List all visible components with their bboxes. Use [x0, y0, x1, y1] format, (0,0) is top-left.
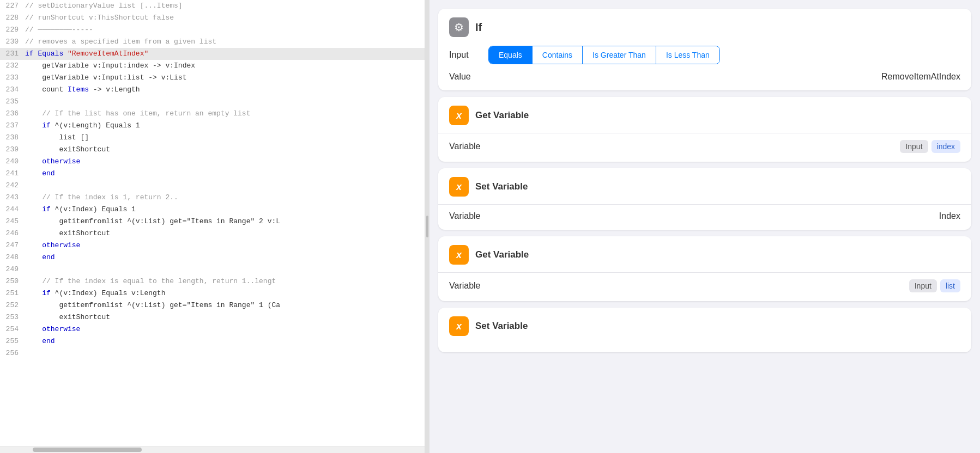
- line-number: 248: [4, 252, 25, 264]
- line-number: 231: [4, 48, 25, 60]
- line-number: 249: [4, 264, 25, 276]
- tab-contains[interactable]: Contains: [533, 46, 583, 64]
- panel-divider[interactable]: [425, 0, 429, 453]
- line-number: 256: [4, 347, 25, 359]
- line-number: 240: [4, 156, 25, 168]
- line-content: list []: [25, 132, 420, 144]
- line-content: if Equals "RemoveItemAtIndex": [25, 48, 420, 60]
- line-number: 254: [4, 323, 25, 335]
- card-header: x Get Variable: [449, 106, 960, 125]
- value-label: Value: [449, 72, 471, 82]
- line-number: 244: [4, 204, 25, 216]
- code-line-238: 238 list []: [0, 132, 425, 144]
- line-content: end: [25, 168, 420, 180]
- line-number: 239: [4, 144, 25, 156]
- line-number: 242: [4, 180, 25, 192]
- card-header-2: x Set Variable: [449, 177, 960, 197]
- line-content: getitemfromlist ^(v:List) get="Items in …: [25, 299, 420, 311]
- code-line-227: 227// setDictionaryValue list [...Items]: [0, 0, 425, 12]
- badge-index-1: index: [931, 140, 960, 153]
- value-row: Value RemoveItemAtIndex: [449, 72, 960, 82]
- variable-label-3: Variable: [449, 281, 481, 291]
- horizontal-scrollbar[interactable]: [0, 446, 425, 453]
- if-block: ⚙ If Input Equals Contains Is Greater Th…: [438, 9, 971, 90]
- code-line-235: 235: [0, 96, 425, 108]
- tab-equals[interactable]: Equals: [489, 46, 533, 64]
- set-variable-title-1: Set Variable: [475, 181, 528, 192]
- line-content: count Items -> v:Length: [25, 84, 420, 96]
- line-number: 227: [4, 0, 25, 12]
- line-content: exitShortcut: [25, 311, 420, 323]
- line-content: if ^(v:Index) Equals v:Length: [25, 287, 420, 299]
- code-line-249: 249: [0, 264, 425, 276]
- line-content: exitShortcut: [25, 228, 420, 240]
- badge-group-2: Input list: [909, 279, 960, 292]
- code-line-232: 232 getVariable v:Input:index -> v:Index: [0, 60, 425, 72]
- get-variable-card-1: x Get Variable Variable Input index: [438, 97, 971, 162]
- line-number: 241: [4, 168, 25, 180]
- line-number: 247: [4, 240, 25, 252]
- code-line-252: 252 getitemfromlist ^(v:List) get="Items…: [0, 299, 425, 311]
- code-line-246: 246 exitShortcut: [0, 228, 425, 240]
- input-row: Input Equals Contains Is Greater Than Is…: [449, 46, 960, 64]
- variable-icon-3: x: [449, 245, 469, 265]
- card-row-3: Variable Input list: [449, 273, 960, 292]
- line-number: 230: [4, 36, 25, 48]
- line-content: // ————————-----: [25, 24, 420, 36]
- tab-group: Equals Contains Is Greater Than Is Less …: [488, 46, 720, 64]
- badge-input-2: Input: [909, 279, 937, 292]
- code-line-255: 255 end: [0, 335, 425, 347]
- shortcuts-panel: ⚙ If Input Equals Contains Is Greater Th…: [429, 0, 980, 453]
- code-line-237: 237 if ^(v:Length) Equals 1: [0, 120, 425, 132]
- line-number: 232: [4, 60, 25, 72]
- line-number: 243: [4, 192, 25, 204]
- line-number: 233: [4, 72, 25, 84]
- line-content: end: [25, 335, 420, 347]
- variable-label-1: Variable: [449, 142, 481, 151]
- code-line-233: 233 getVariable v:Input:list -> v:List: [0, 72, 425, 84]
- line-number: 250: [4, 276, 25, 287]
- code-line-245: 245 getitemfromlist ^(v:List) get="Items…: [0, 216, 425, 228]
- line-content: getVariable v:Input:list -> v:List: [25, 72, 420, 84]
- code-line-240: 240 otherwise: [0, 156, 425, 168]
- scrollbar-thumb[interactable]: [33, 448, 142, 452]
- line-content: if ^(v:Length) Equals 1: [25, 120, 420, 132]
- line-content: // runShortcut v:ThisShortcut false: [25, 12, 420, 24]
- line-number: 236: [4, 108, 25, 120]
- line-number: 228: [4, 12, 25, 24]
- line-content: exitShortcut: [25, 144, 420, 156]
- variable-icon-2: x: [449, 177, 469, 197]
- set-variable-card-1: x Set Variable Variable Index: [438, 168, 971, 230]
- get-variable-title-2: Get Variable: [475, 249, 529, 260]
- line-content: // If the index is 1, return 2..: [25, 192, 420, 204]
- get-variable-card-2: x Get Variable Variable Input list: [438, 236, 971, 301]
- code-line-247: 247 otherwise: [0, 240, 425, 252]
- line-content: getitemfromlist ^(v:List) get="Items in …: [25, 216, 420, 228]
- variable-icon-1: x: [449, 106, 469, 125]
- line-number: 252: [4, 299, 25, 311]
- tab-greater-than[interactable]: Is Greater Than: [583, 46, 656, 64]
- line-number: 237: [4, 120, 25, 132]
- variable-value-2: Index: [939, 211, 960, 221]
- code-line-242: 242: [0, 180, 425, 192]
- line-number: 255: [4, 335, 25, 347]
- line-content: // removes a specified item from a given…: [25, 36, 420, 48]
- line-content: // If the index is equal to the length, …: [25, 276, 420, 287]
- code-line-239: 239 exitShortcut: [0, 144, 425, 156]
- line-number: 238: [4, 132, 25, 144]
- card-header-3: x Get Variable: [449, 245, 960, 265]
- code-line-244: 244 if ^(v:Index) Equals 1: [0, 204, 425, 216]
- badge-group-1: Input index: [900, 140, 960, 153]
- input-label: Input: [449, 50, 482, 60]
- code-line-228: 228// runShortcut v:ThisShortcut false: [0, 12, 425, 24]
- code-line-253: 253 exitShortcut: [0, 311, 425, 323]
- set-variable-card-2: x Set Variable: [438, 308, 971, 352]
- code-line-230: 230// removes a specified item from a gi…: [0, 36, 425, 48]
- line-number: 229: [4, 24, 25, 36]
- line-content: end: [25, 252, 420, 264]
- code-line-234: 234 count Items -> v:Length: [0, 84, 425, 96]
- tab-less-than[interactable]: Is Less Than: [656, 46, 719, 64]
- code-line-256: 256: [0, 347, 425, 359]
- badge-list-1: list: [940, 279, 960, 292]
- line-number: 234: [4, 84, 25, 96]
